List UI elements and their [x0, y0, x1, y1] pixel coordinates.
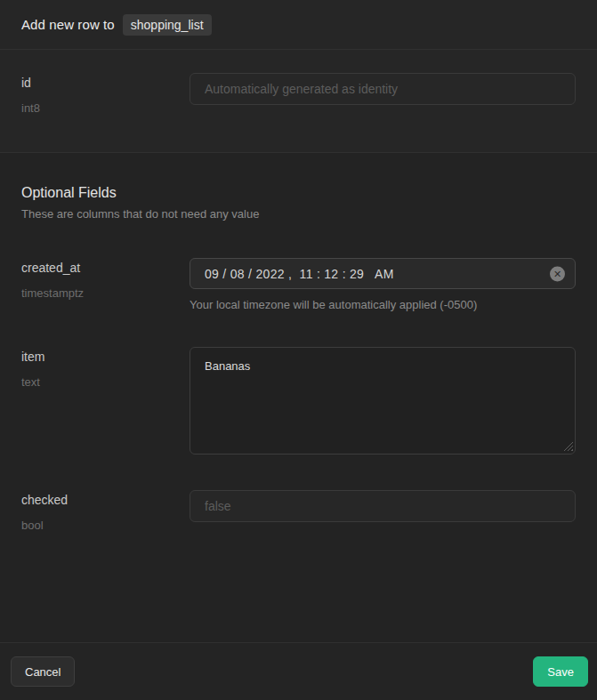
save-button[interactable]: Save — [533, 656, 588, 687]
field-row-id: id int8 — [21, 73, 576, 115]
optional-fields-title: Optional Fields — [21, 185, 576, 201]
required-fields-section: id int8 — [0, 50, 597, 153]
id-input[interactable] — [190, 73, 576, 105]
field-row-created-at: created_at timestamptz ✕ Your local time… — [21, 258, 576, 311]
optional-fields-subtitle: These are columns that do not need any v… — [21, 207, 576, 221]
field-type-id: int8 — [21, 101, 190, 115]
optional-fields-section: Optional Fields These are columns that d… — [0, 153, 597, 532]
field-labels-item: item text — [21, 347, 190, 389]
field-type-created-at: timestamptz — [21, 286, 190, 300]
panel-header: Add new row to shopping_list — [0, 0, 597, 50]
timezone-note: Your local timezone will be automaticall… — [190, 298, 576, 311]
field-control-created-at: ✕ Your local timezone will be automatica… — [190, 258, 576, 311]
field-name-item: item — [21, 350, 190, 364]
field-name-id: id — [21, 76, 190, 90]
panel-title: Add new row to — [21, 17, 115, 32]
field-control-checked — [190, 490, 576, 522]
table-name-chip: shopping_list — [123, 14, 212, 36]
field-control-id — [190, 73, 576, 105]
item-textarea[interactable]: Bananas — [190, 347, 576, 455]
created-at-datetime-input[interactable] — [190, 258, 576, 289]
panel-footer: Cancel Save — [0, 642, 597, 700]
field-type-checked: bool — [21, 519, 190, 532]
field-row-item: item text Bananas — [21, 347, 576, 455]
field-labels-checked: checked bool — [21, 490, 190, 532]
field-labels-id: id int8 — [21, 73, 190, 115]
field-type-item: text — [21, 375, 190, 389]
field-name-created-at: created_at — [21, 261, 190, 275]
circle-x-icon[interactable]: ✕ — [550, 266, 565, 281]
field-labels-created-at: created_at timestamptz — [21, 258, 190, 300]
add-row-panel: { "header": { "title_prefix": "Add new r… — [0, 0, 597, 700]
field-name-checked: checked — [21, 493, 190, 507]
datetime-input-wrap: ✕ — [190, 258, 576, 289]
field-row-checked: checked bool — [21, 490, 576, 532]
checked-input[interactable] — [190, 490, 576, 522]
field-control-item: Bananas — [190, 347, 576, 455]
cancel-button[interactable]: Cancel — [11, 656, 75, 687]
